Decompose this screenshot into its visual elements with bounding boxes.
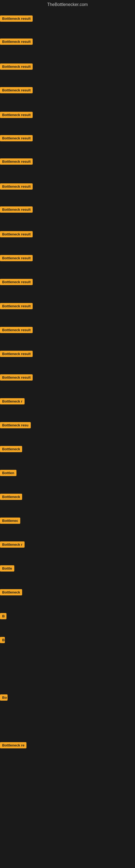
bottleneck-badge-27[interactable]: Bo [0, 694, 8, 701]
bottleneck-badge-22[interactable]: Bottleneck r [0, 541, 25, 548]
bottleneck-badge-3[interactable]: Bottleneck result [0, 87, 33, 93]
bottleneck-badge-1[interactable]: Bottleneck result [0, 38, 33, 45]
bottleneck-item-4: Bottleneck result [0, 112, 33, 119]
bottleneck-item-18: Bottleneck [0, 446, 22, 453]
bottleneck-item-9: Bottleneck result [0, 231, 33, 239]
bottleneck-badge-14[interactable]: Bottleneck result [0, 351, 33, 357]
bottleneck-item-3: Bottleneck result [0, 87, 33, 94]
bottleneck-badge-24[interactable]: Bottleneck [0, 589, 22, 595]
bottleneck-item-10: Bottleneck result [0, 255, 33, 262]
bottleneck-badge-12[interactable]: Bottleneck result [0, 303, 33, 309]
bottleneck-item-0: Bottleneck result [0, 16, 33, 23]
bottleneck-badge-19[interactable]: Bottlen [0, 470, 16, 476]
bottleneck-item-19: Bottlen [0, 470, 16, 477]
bottleneck-badge-10[interactable]: Bottleneck result [0, 255, 33, 261]
bottleneck-badge-25[interactable]: B [0, 613, 6, 619]
bottleneck-badge-5[interactable]: Bottleneck result [0, 135, 33, 141]
bottleneck-item-26: B [0, 637, 5, 644]
bottleneck-item-11: Bottleneck result [0, 279, 33, 286]
bottleneck-item-22: Bottleneck r [0, 541, 25, 549]
bottleneck-badge-21[interactable]: Bottlenec [0, 518, 20, 524]
bottleneck-item-25: B [0, 613, 6, 620]
bottleneck-badge-2[interactable]: Bottleneck result [0, 63, 33, 70]
bottleneck-badge-28[interactable]: Bottleneck re [0, 742, 27, 748]
bottleneck-item-20: Bottleneck [0, 494, 22, 501]
bottleneck-item-7: Bottleneck result [0, 183, 33, 191]
bottleneck-item-1: Bottleneck result [0, 38, 33, 46]
bottleneck-item-17: Bottleneck resu [0, 422, 31, 429]
bottleneck-item-16: Bottleneck r [0, 398, 25, 405]
bottleneck-badge-4[interactable]: Bottleneck result [0, 112, 33, 118]
bottleneck-badge-11[interactable]: Bottleneck result [0, 279, 33, 285]
bottleneck-badge-0[interactable]: Bottleneck result [0, 16, 33, 22]
bottleneck-badge-13[interactable]: Bottleneck result [0, 327, 33, 333]
bottleneck-item-13: Bottleneck result [0, 327, 33, 334]
bottleneck-badge-8[interactable]: Bottleneck result [0, 207, 33, 213]
bottleneck-item-8: Bottleneck result [0, 207, 33, 214]
bottleneck-badge-26[interactable]: B [0, 637, 5, 643]
bottleneck-item-6: Bottleneck result [0, 158, 33, 166]
bottleneck-item-27: Bo [0, 694, 8, 702]
bottleneck-item-24: Bottleneck [0, 589, 22, 596]
bottleneck-badge-18[interactable]: Bottleneck [0, 446, 22, 452]
bottleneck-badge-7[interactable]: Bottleneck result [0, 183, 33, 190]
site-title: TheBottlenecker.com [0, 0, 135, 10]
bottleneck-item-21: Bottlenec [0, 518, 20, 525]
bottleneck-badge-20[interactable]: Bottleneck [0, 494, 22, 500]
bottleneck-badge-17[interactable]: Bottleneck resu [0, 422, 31, 428]
bottleneck-item-14: Bottleneck result [0, 351, 33, 358]
bottleneck-badge-9[interactable]: Bottleneck result [0, 231, 33, 237]
bottleneck-badge-6[interactable]: Bottleneck result [0, 158, 33, 165]
bottleneck-badge-23[interactable]: Bottle [0, 565, 14, 571]
bottleneck-badge-15[interactable]: Bottleneck result [0, 374, 33, 380]
bottleneck-badge-16[interactable]: Bottleneck r [0, 398, 25, 404]
bottleneck-item-2: Bottleneck result [0, 63, 33, 71]
bottleneck-item-12: Bottleneck result [0, 303, 33, 310]
bottleneck-item-28: Bottleneck re [0, 742, 27, 749]
bottleneck-item-5: Bottleneck result [0, 135, 33, 143]
bottleneck-item-23: Bottle [0, 565, 14, 572]
bottleneck-item-15: Bottleneck result [0, 374, 33, 382]
